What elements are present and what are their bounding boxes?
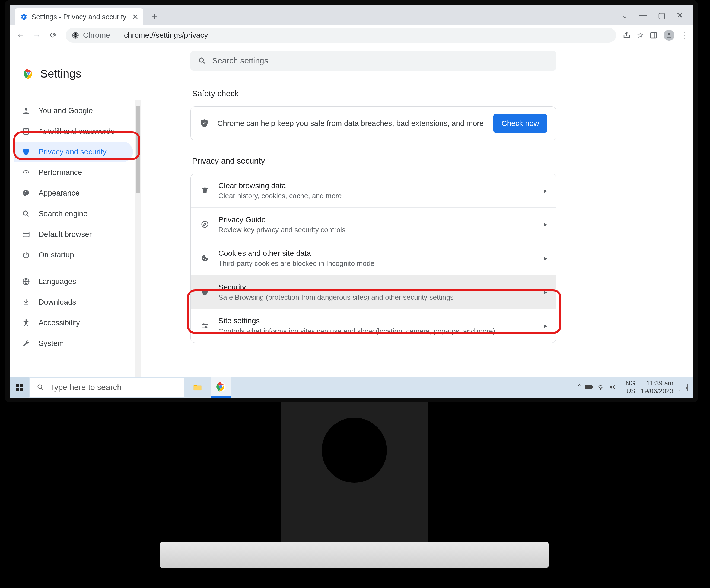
sidepanel-icon[interactable] [649,31,658,39]
system-tray: ˄ ENGUS 11:39 am19/06/2023 [577,379,693,395]
compass-icon [199,220,210,228]
start-button[interactable] [10,377,29,398]
svg-point-27 [205,259,206,260]
sidebar-item-label: Accessibility [39,318,80,327]
sidebar-item-system[interactable]: System [14,333,133,354]
sliders-icon [199,322,210,330]
file-explorer-icon[interactable] [187,377,208,398]
sidebar-item-on-startup[interactable]: On startup [14,245,133,265]
reload-button[interactable]: ⟳ [47,29,59,41]
svg-rect-19 [23,232,29,237]
sidebar-scrollbar[interactable] [135,100,141,391]
svg-rect-35 [16,388,19,391]
sidebar-item-default-browser[interactable]: Default browser [14,224,133,245]
url-text: chrome://settings/privacy [124,31,208,40]
svg-rect-33 [16,384,19,387]
sidebar-item-downloads[interactable]: Downloads [14,292,133,313]
chevron-right-icon: ▸ [544,187,547,194]
power-icon [21,251,31,259]
sidebar-item-appearance[interactable]: Appearance [14,183,133,203]
profile-avatar[interactable] [664,30,674,41]
monitor-stand-neck [281,401,428,542]
sidebar-item-label: You and Google [39,106,93,115]
maximize-button[interactable]: ▢ [658,10,665,20]
svg-point-17 [23,211,27,215]
row-subtitle: Safe Browsing (protection from dangerous… [218,292,536,302]
tab-close-button[interactable]: ✕ [132,13,138,21]
sidebar-item-label: Downloads [39,298,76,307]
settings-main: Search settings Safety check Chrome can … [142,45,693,398]
svg-point-16 [27,192,27,192]
shield-check-icon [199,119,209,128]
settings-page: Settings You and Google Autofill and pas… [10,45,693,398]
row-privacy-guide[interactable]: Privacy GuideReview key privacy and secu… [191,207,556,241]
row-clear-browsing-data[interactable]: Clear browsing dataClear history, cookie… [191,174,556,207]
tray-clock[interactable]: 11:39 am19/06/2023 [641,379,673,395]
battery-icon[interactable] [585,385,593,390]
sidebar-item-performance[interactable]: Performance [14,162,133,183]
minimize-button[interactable]: — [639,10,647,20]
svg-rect-34 [20,384,23,387]
row-cookies[interactable]: Cookies and other site dataThird-party c… [191,241,556,275]
tray-expand-icon[interactable]: ˄ [577,383,581,392]
settings-sidebar[interactable]: You and Google Autofill and passwords Pr… [14,100,141,391]
download-icon [21,298,31,306]
sidebar-item-autofill[interactable]: Autofill and passwords [14,121,133,142]
bookmark-icon[interactable]: ☆ [637,31,643,40]
svg-point-44 [600,389,601,390]
safety-check-card: Chrome can help keep you safe from data … [190,106,556,141]
close-button[interactable]: ✕ [676,10,683,20]
search-placeholder: Search settings [212,56,268,65]
site-info-icon[interactable] [72,31,79,39]
forward-button[interactable]: → [31,29,43,41]
sidebar-item-privacy[interactable]: Privacy and security [14,142,133,162]
row-subtitle: Review key privacy and security controls [218,225,536,235]
new-tab-button[interactable]: + [147,9,162,24]
cookie-icon [199,254,210,262]
chrome-taskbar-icon[interactable] [211,377,231,398]
browser-toolbar: ← → ⟳ Chrome | chrome://settings/privacy… [10,25,693,45]
tab-title: Settings - Privacy and security [31,13,126,21]
tray-language[interactable]: ENGUS [621,379,635,395]
row-security[interactable]: SecuritySafe Browsing (protection from d… [191,275,556,309]
row-title: Privacy Guide [218,214,536,225]
row-site-settings[interactable]: Site settingsControls what information s… [191,309,556,343]
browser-icon [21,230,31,238]
dropdown-icon[interactable]: ⌄ [621,10,628,20]
search-icon [21,210,31,218]
row-subtitle: Clear history, cookies, cache, and more [218,191,536,201]
menu-button[interactable]: ⋮ [681,31,688,40]
back-button[interactable]: ← [15,29,27,41]
sidebar-item-you-and-google[interactable]: You and Google [14,100,133,121]
window-controls: ⌄ — ▢ ✕ [621,10,693,25]
sidebar-item-label: Search engine [39,210,88,218]
volume-icon[interactable] [608,384,616,391]
sidebar-item-search-engine[interactable]: Search engine [14,203,133,224]
settings-search-input[interactable]: Search settings [190,51,556,71]
wifi-icon[interactable] [597,384,605,391]
address-bar[interactable]: Chrome | chrome://settings/privacy [66,28,616,43]
taskbar-search[interactable]: Type here to search [30,377,185,397]
svg-rect-42 [592,387,593,388]
browser-tab[interactable]: Settings - Privacy and security ✕ [15,8,143,25]
svg-point-3 [668,33,670,35]
share-icon[interactable] [623,31,631,39]
svg-point-32 [205,326,207,328]
sidebar-item-languages[interactable]: Languages [14,271,133,292]
sidebar-item-label: On startup [39,251,74,259]
svg-rect-1 [650,32,657,38]
privacy-heading: Privacy and security [192,156,556,166]
notifications-icon[interactable] [679,384,688,391]
check-now-button[interactable]: Check now [493,114,547,132]
sidebar-item-accessibility[interactable]: Accessibility [14,313,133,333]
monitor-screen: Settings - Privacy and security ✕ + ⌄ — … [5,0,698,402]
svg-point-31 [203,324,205,325]
svg-point-7 [28,73,29,75]
svg-rect-43 [586,386,591,389]
row-title: Clear browsing data [218,180,536,191]
search-icon [37,384,44,391]
wrench-icon [21,339,31,347]
settings-icon [20,13,28,21]
security-icon [199,288,210,296]
sidebar-item-label: Default browser [39,230,92,239]
